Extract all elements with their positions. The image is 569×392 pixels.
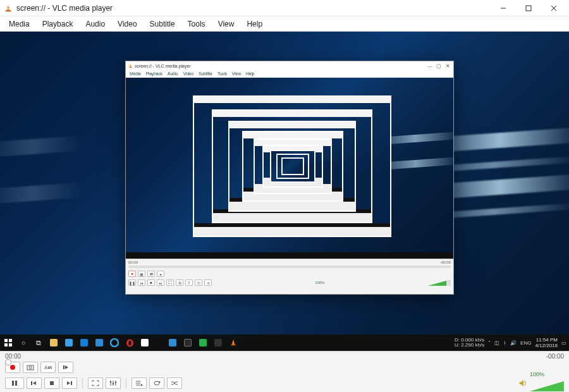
- menu-help[interactable]: Help: [242, 18, 267, 30]
- inner-menu-item: Tools: [216, 71, 228, 76]
- loop-button[interactable]: [149, 377, 164, 389]
- video-area: screen:// - VLC media player — ▢ ✕ Media…: [0, 32, 569, 351]
- playlist-icon: [135, 380, 143, 386]
- minimize-icon: [500, 5, 506, 11]
- menu-subtitle[interactable]: Subtitle: [145, 18, 180, 30]
- tray-time: 11:54 PM: [535, 337, 558, 343]
- loop-ab-icon: A⇄B: [44, 364, 52, 371]
- window-controls: [491, 0, 566, 16]
- svg-point-16: [128, 340, 131, 345]
- inner-time-remaining: -00:00: [440, 260, 451, 264]
- svg-marker-43: [520, 380, 523, 387]
- speaker-icon[interactable]: [518, 379, 527, 388]
- svg-marker-0: [6, 4, 9, 10]
- inner-controls: 00:00 -00:00 ● ▦ ⇄ ▸ ❚❚ |◂ ■ ▸| ⛶ ⚙ ≡ ↻ …: [126, 259, 453, 294]
- menu-audio[interactable]: Audio: [80, 18, 110, 30]
- taskbar-app-icon: [78, 337, 90, 348]
- svg-rect-11: [9, 339, 12, 342]
- svg-point-19: [10, 365, 15, 370]
- menu-playback[interactable]: Playback: [37, 18, 78, 30]
- inner-window-title: screen:// - VLC media player: [135, 64, 191, 68]
- pause-icon: [11, 380, 18, 386]
- svg-marker-28: [33, 381, 36, 385]
- svg-point-21: [29, 367, 32, 369]
- inner-window-titlebar: screen:// - VLC media player — ▢ ✕: [126, 61, 453, 70]
- window-titlebar: screen:// - VLC media player: [0, 0, 569, 16]
- loop-ab-button[interactable]: A⇄B: [40, 362, 56, 373]
- tray-notifications-icon: ▭: [561, 340, 566, 346]
- equalizer-icon: [109, 380, 117, 386]
- next-button[interactable]: [62, 377, 77, 389]
- maximize-button[interactable]: [516, 0, 541, 16]
- inner-playlist-button: ≡: [185, 279, 193, 286]
- fullscreen-icon: [92, 380, 99, 386]
- recursive-frame: [283, 159, 303, 174]
- menu-view[interactable]: View: [213, 18, 240, 30]
- snapshot-button[interactable]: [23, 362, 38, 373]
- stop-button[interactable]: [44, 377, 59, 389]
- close-icon: [551, 5, 557, 11]
- frame-step-button[interactable]: [58, 362, 73, 373]
- playlist-button[interactable]: [132, 377, 147, 389]
- menu-tools[interactable]: Tools: [183, 18, 211, 30]
- inner-maximize-button: ▢: [434, 63, 443, 69]
- inner-frame-step-button: ▸: [157, 271, 164, 277]
- taskbar-app-icon: [63, 337, 75, 348]
- inner-record-button: ●: [128, 271, 136, 277]
- svg-point-35: [110, 381, 112, 383]
- task-view-icon: ⧉: [33, 337, 44, 348]
- svg-rect-29: [50, 381, 54, 385]
- next-icon: [66, 380, 73, 386]
- windows-taskbar: ○ ⧉ D: 0.000 kb/s U: 2.290 kb/s ˄ ◫ ᚼ 🔊 …: [0, 334, 569, 351]
- pause-button[interactable]: [5, 377, 24, 389]
- inner-snapshot-button: ▦: [138, 271, 145, 277]
- svg-text:A⇄B: A⇄B: [44, 365, 52, 370]
- vlc-cone-icon: [128, 64, 133, 68]
- tray-bluetooth-icon: ᚼ: [503, 340, 506, 346]
- inner-menubar: Media Playback Audio Video Subtitle Tool…: [126, 70, 453, 78]
- taskbar-app-icon: [167, 337, 178, 348]
- loop-icon: [153, 380, 161, 386]
- inner-time-elapsed: 00:00: [128, 260, 138, 264]
- close-button[interactable]: [541, 0, 566, 16]
- svg-rect-25: [12, 381, 14, 386]
- svg-point-36: [113, 383, 114, 385]
- taskbar-app-icon: [139, 337, 150, 348]
- inner-loop-button: ↻: [195, 279, 202, 286]
- svg-rect-18: [231, 345, 236, 346]
- menubar: Media Playback Audio Video Subtitle Tool…: [0, 16, 569, 32]
- svg-marker-41: [141, 384, 143, 386]
- menu-media[interactable]: Media: [4, 18, 35, 30]
- fullscreen-button[interactable]: [88, 377, 103, 389]
- inner-volume-slider: [428, 279, 451, 286]
- maximize-icon: [525, 5, 532, 11]
- previous-button[interactable]: [27, 377, 42, 389]
- extended-settings-button[interactable]: [106, 377, 121, 389]
- window-title: screen:// - VLC media player: [16, 4, 113, 13]
- camera-icon: [27, 364, 34, 371]
- shuffle-button[interactable]: [167, 377, 182, 389]
- previous-icon: [30, 380, 38, 386]
- inner-menu-item: View: [231, 71, 242, 76]
- svg-rect-10: [4, 339, 8, 342]
- tray-date: 4/12/2018: [535, 343, 558, 348]
- inner-vlc-window: screen:// - VLC media player — ▢ ✕ Media…: [125, 61, 454, 295]
- edge-icon: [109, 337, 120, 348]
- taskbar-app-icon: [197, 337, 209, 348]
- volume-slider[interactable]: [530, 381, 564, 391]
- volume-control: 100%: [518, 375, 564, 391]
- svg-rect-3: [6, 10, 11, 11]
- tray-chevron-icon: ˄: [488, 340, 491, 346]
- inner-menu-item: Audio: [166, 71, 180, 76]
- seek-knob[interactable]: [5, 359, 11, 365]
- controls-panel: 00:00 -00:00 A⇄B 100%: [0, 351, 569, 392]
- inner-menu-item: Playback: [145, 71, 164, 76]
- menu-video[interactable]: Video: [113, 18, 142, 30]
- inner-loop-ab-button: ⇄: [147, 271, 155, 277]
- opera-icon: [124, 337, 135, 348]
- time-remaining: -00:00: [546, 353, 564, 360]
- svg-marker-17: [232, 340, 235, 345]
- tray-volume-icon: 🔊: [510, 340, 517, 346]
- minimize-button[interactable]: [491, 0, 516, 16]
- tray-net-up: U: 2.290 kb/s: [455, 343, 484, 348]
